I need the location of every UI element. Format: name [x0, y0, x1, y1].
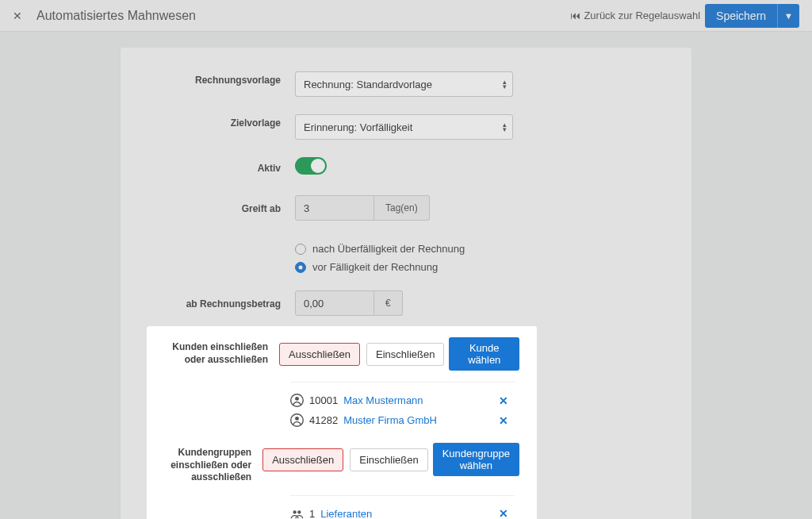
addon-tagen: Tag(en)	[374, 195, 430, 221]
customer-name-link[interactable]: Muster Firma GmbH	[343, 414, 437, 426]
radio-icon	[295, 244, 306, 255]
svg-point-5	[297, 510, 301, 513]
page-title: Automatisiertes Mahnwesen	[36, 9, 196, 23]
label-ab-betrag: ab Rechnungsbetrag	[152, 295, 295, 311]
label-rechnungsvorlage: Rechnungsvorlage	[152, 71, 295, 87]
customer-id: 10001	[309, 394, 338, 406]
back-link[interactable]: ⏮ Zurück zur Regelauswahl	[570, 10, 700, 21]
list-item: 1 Lieferanten ✕	[290, 507, 515, 519]
person-icon	[290, 413, 304, 427]
radio-vor-faelligkeit[interactable]: vor Fälligkeit der Rechnung	[295, 261, 513, 273]
label-zielvorlage: Zielvorlage	[152, 114, 295, 130]
seg-ausschliessen-kunden[interactable]: Ausschließen	[279, 343, 360, 366]
customer-name-link[interactable]: Max Mustermann	[343, 394, 423, 406]
select-rechnungsvorlage[interactable]: Rechnung: Standardvorlage	[295, 71, 513, 97]
svg-point-3	[295, 417, 299, 421]
remove-icon[interactable]: ✕	[499, 414, 508, 427]
input-ab-betrag[interactable]	[295, 290, 374, 316]
save-dropdown-button[interactable]: ▼	[777, 4, 799, 28]
save-button[interactable]: Speichern	[705, 4, 777, 28]
highlight-zone: Kunden einschließen oder ausschließen Au…	[147, 326, 537, 519]
customer-list: 10001 Max Mustermann ✕ 41282 Muster Firm…	[290, 382, 515, 427]
back-icon: ⏮	[570, 10, 580, 21]
label-greift-ab: Greift ab	[152, 200, 295, 216]
label-aktiv: Aktiv	[152, 160, 295, 175]
group-name-link[interactable]: Lieferanten	[320, 508, 372, 519]
svg-point-4	[293, 510, 297, 513]
input-greift-ab[interactable]	[295, 195, 374, 221]
back-label: Zurück zur Regelauswahl	[584, 10, 700, 21]
select-zielvorlage[interactable]: Erinnerung: Vorfälligkeit	[295, 114, 513, 140]
remove-icon[interactable]: ✕	[499, 507, 508, 519]
group-list: 1 Lieferanten ✕	[290, 495, 515, 519]
radio-label: nach Überfälligkeit der Rechnung	[312, 243, 465, 255]
seg-einschliessen-kunden[interactable]: Einschließen	[366, 343, 444, 366]
seg-einschliessen-gruppen[interactable]: Einschließen	[350, 448, 427, 471]
close-icon[interactable]: ✕	[13, 10, 22, 22]
toggle-aktiv[interactable]	[295, 157, 327, 175]
radio-nach-ueberfaelligkeit[interactable]: nach Überfälligkeit der Rechnung	[295, 243, 513, 255]
header: ✕ Automatisiertes Mahnwesen ⏮ Zurück zur…	[0, 0, 812, 32]
svg-point-1	[295, 397, 299, 401]
person-icon	[290, 394, 304, 407]
group-icon	[290, 507, 304, 519]
kunde-waehlen-button[interactable]: Kunde wählen	[449, 337, 519, 371]
group-id: 1	[309, 508, 315, 519]
radio-icon	[295, 262, 306, 273]
label-gruppen: Kundengruppen einschließen oder ausschli…	[164, 443, 262, 484]
radio-label: vor Fälligkeit der Rechnung	[312, 261, 438, 273]
gruppe-waehlen-button[interactable]: Kundengruppe wählen	[433, 443, 519, 476]
addon-currency: €	[374, 290, 403, 316]
list-item: 10001 Max Mustermann ✕	[290, 394, 515, 407]
list-item: 41282 Muster Firma GmbH ✕	[290, 413, 515, 427]
seg-ausschliessen-gruppen[interactable]: Ausschließen	[262, 448, 343, 471]
remove-icon[interactable]: ✕	[499, 394, 508, 407]
customer-id: 41282	[309, 414, 338, 426]
label-kunden: Kunden einschließen oder ausschließen	[164, 337, 279, 366]
